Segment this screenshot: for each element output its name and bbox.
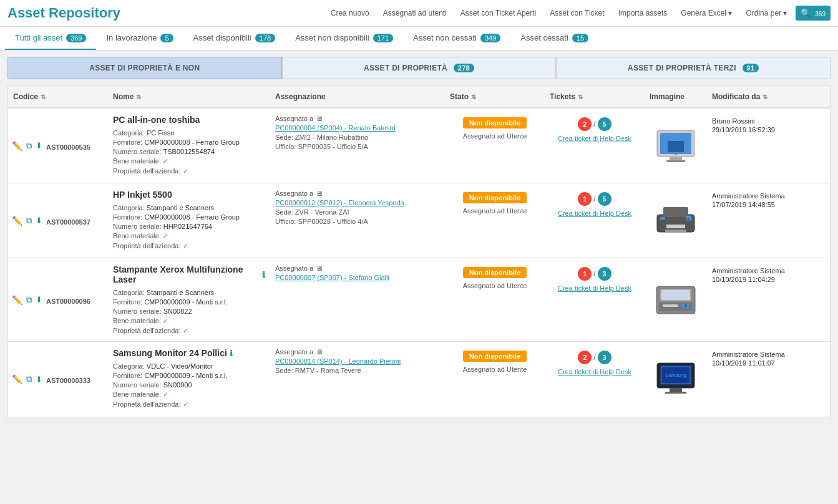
svg-rect-10	[660, 217, 665, 220]
edit-icon-row1[interactable]: ✏️	[12, 141, 22, 151]
table-row: ✏️ ⧉ ⬇ AST00000537 HP Inkjet 5500 Catego…	[8, 183, 830, 258]
svg-point-19	[685, 304, 687, 307]
row4-modified-cell: Amministratore Sistema 10/10/2019 11:01:…	[707, 342, 819, 417]
ticket-aperti-button[interactable]: Asset con Ticket Aperti	[456, 6, 541, 20]
tab-non-disponibili[interactable]: Asset non disponibili 171	[285, 27, 403, 50]
cat-btn-proprieta[interactable]: ASSET DI PROPRIETÀ 278	[282, 57, 557, 79]
download-icon-row3[interactable]: ⬇	[36, 295, 42, 304]
sort-stato-icon: ⇅	[471, 94, 476, 100]
row1-modified-cell: Bruno Rossini 29/10/2019 16:52:39	[707, 109, 819, 183]
row4-name-cell: Samsung Monitor 24 Pollici ℹ Categoria: …	[108, 342, 270, 417]
table-row: ✏️ ⧉ ⬇ AST00000096 Stampante Xerox Multi…	[8, 258, 830, 342]
row1-assign-cell: Assegnato a 🖥 PC00000004 (SP004) - Renat…	[270, 109, 445, 183]
row4-assign-link[interactable]: PC00000014 (SP014) - Leonardo Pieroni	[275, 357, 401, 365]
edit-icon-row3[interactable]: ✏️	[12, 295, 22, 305]
row2-code-cell: ✏️ ⧉ ⬇ AST00000537	[8, 183, 108, 258]
col-assegnazione: Assegnazione	[270, 86, 445, 107]
row3-image-cell	[645, 258, 707, 341]
header: Asset Repository Crea nuovo Assegnati ad…	[0, 0, 838, 27]
sort-codice-icon: ⇅	[41, 94, 46, 100]
svg-rect-24	[665, 392, 686, 394]
col-stato[interactable]: Stato ⇅	[445, 86, 545, 107]
table-row: ✏️ ⧉ ⬇ AST00000333 Samsung Monitor 24 Po…	[8, 342, 830, 417]
ordina-per-button[interactable]: Ordina per	[741, 6, 792, 20]
row1-assign-link[interactable]: PC00000004 (SP004) - Renato Balestri	[275, 124, 396, 132]
tab-tutti[interactable]: Tutti gli asset 369	[5, 27, 96, 50]
row2-modified-cell: Amministratore Sistema 17/07/2019 14:48:…	[707, 183, 819, 258]
row3-tickets-cell: 1 / 3 Crea ticket di Help Desk	[545, 258, 645, 341]
row2-tickets-cell: 1 / 5 Crea ticket di Help Desk	[545, 183, 645, 258]
col-tickets[interactable]: Tickets ⇅	[545, 86, 645, 107]
row4-status-cell: Non disponibile Assegnato ad Utente	[445, 342, 545, 417]
row3-name-cell: Stampante Xerox Multifunzione Laser ℹ Ca…	[108, 258, 270, 341]
row4-ticket-link[interactable]: Crea ticket di Help Desk	[558, 368, 631, 376]
row4-image-cell: Samsung	[645, 342, 707, 417]
download-icon-row2[interactable]: ⬇	[36, 216, 42, 225]
svg-rect-23	[670, 388, 682, 392]
row1-tickets-cell: 2 / 5 Crea ticket di Help Desk	[545, 109, 645, 183]
info-icon-row3[interactable]: ℹ	[262, 270, 265, 279]
sort-nome-icon: ⇅	[136, 94, 141, 100]
tab-cessati[interactable]: Asset cessati 15	[510, 27, 598, 50]
edit-icon-row4[interactable]: ✏️	[12, 374, 22, 384]
svg-point-12	[687, 218, 689, 221]
col-modificato[interactable]: Modificato da ⇅	[707, 86, 819, 107]
asset-ticket-button[interactable]: Asset con Ticket	[545, 6, 609, 20]
row3-modified-cell: Amministratore Sistema 10/10/2019 11:04:…	[707, 258, 819, 341]
copy-icon-row4[interactable]: ⧉	[26, 374, 32, 384]
row1-image-cell	[645, 109, 707, 183]
tab-disponibili[interactable]: Asset disponibili 178	[183, 27, 286, 50]
monitor-image: Samsung	[654, 361, 698, 398]
asset-table: Codice ⇅ Nome ⇅ Assegnazione Stato ⇅ Tic…	[7, 85, 831, 417]
row1-code-cell: ✏️ ⧉ ⬇ AST00000535	[8, 109, 108, 183]
scanner-image	[654, 281, 698, 319]
table-row: ✏️ ⧉ ⬇ AST00000535 PC all-in-one toshiba…	[8, 109, 830, 183]
row2-name-cell: HP Inkjet 5500 Categoria: Stampanti e Sc…	[108, 183, 270, 258]
row1-status-cell: Non disponibile Assegnato ad Utente	[445, 109, 545, 183]
copy-icon-row3[interactable]: ⧉	[26, 295, 32, 305]
row2-image-cell	[645, 183, 707, 258]
printer-image	[654, 202, 698, 240]
row2-status-cell: Non disponibile Assegnato ad Utente	[445, 183, 545, 258]
row3-ticket-link[interactable]: Crea ticket di Help Desk	[558, 284, 631, 292]
col-nome[interactable]: Nome ⇅	[108, 86, 270, 107]
search-icon: 🔍	[801, 8, 811, 18]
category-filter: ASSET DI PROPRIETÀ E NON ASSET DI PROPRI…	[7, 57, 831, 79]
row4-assign-cell: Assegnato a 🖥 PC00000014 (SP014) - Leona…	[270, 342, 445, 417]
svg-rect-9	[665, 230, 686, 232]
pc-image	[654, 127, 698, 165]
edit-icon-row2[interactable]: ✏️	[12, 216, 22, 226]
copy-icon-row2[interactable]: ⧉	[26, 216, 32, 226]
info-icon-row4[interactable]: ℹ	[230, 349, 233, 358]
download-icon-row4[interactable]: ⬇	[36, 375, 42, 384]
download-icon-row1[interactable]: ⬇	[36, 141, 42, 150]
assegnati-button[interactable]: Assegnati ad utenti	[378, 6, 452, 20]
col-codice[interactable]: Codice ⇅	[8, 86, 108, 107]
genera-excel-button[interactable]: Genera Excel	[676, 6, 737, 20]
tabs-row: Tutti gli asset 369 In lavorazione 5 Ass…	[0, 27, 838, 51]
search-button[interactable]: 🔍 369	[796, 6, 831, 21]
row1-ticket-link[interactable]: Crea ticket di Help Desk	[558, 135, 631, 142]
row3-assign-link[interactable]: PC00000007 (SP007) - Stefano Gialli	[275, 274, 389, 281]
svg-rect-15	[661, 290, 690, 300]
importa-button[interactable]: Importa assets	[613, 6, 673, 20]
svg-rect-4	[668, 141, 684, 152]
header-actions: Crea nuovo Assegnati ad utenti Asset con…	[326, 6, 831, 21]
crea-nuovo-button[interactable]: Crea nuovo	[326, 6, 374, 20]
row2-assign-link[interactable]: PC00000012 (SP012) - Eleonora Yespoda	[275, 199, 404, 206]
row4-tickets-cell: 2 / 3 Crea ticket di Help Desk	[545, 342, 645, 417]
svg-rect-7	[663, 207, 688, 217]
cat-btn-all[interactable]: ASSET DI PROPRIETÀ E NON	[7, 57, 282, 79]
row3-assign-cell: Assegnato a 🖥 PC00000007 (SP007) - Stefa…	[270, 258, 445, 341]
row4-code-cell: ✏️ ⧉ ⬇ AST00000333	[8, 342, 108, 417]
svg-rect-2	[670, 157, 682, 160]
cat-btn-terzi[interactable]: ASSET DI PROPRIETÀ TERZI 91	[556, 57, 831, 79]
row1-asset-name: PC all-in-one toshiba	[113, 115, 200, 125]
tab-lavorazione[interactable]: In lavorazione 5	[96, 27, 183, 50]
row2-ticket-link[interactable]: Crea ticket di Help Desk	[558, 210, 631, 217]
row1-name-cell: PC all-in-one toshiba Categoria: PC Fiss…	[108, 109, 270, 183]
svg-rect-3	[666, 160, 685, 162]
tab-non-cessati[interactable]: Asset non cessati 349	[403, 27, 510, 50]
sort-modificato-icon: ⇅	[762, 94, 767, 100]
copy-icon-row1[interactable]: ⧉	[26, 141, 32, 151]
